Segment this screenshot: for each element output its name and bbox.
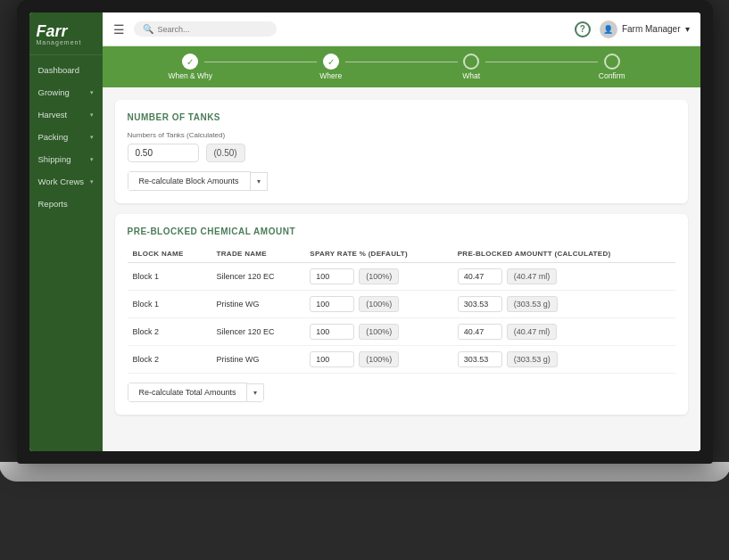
cell-rate-0: (100%) (304, 263, 451, 291)
table-row: Block 1 Silencer 120 EC (100%) (40.47 ml… (128, 263, 675, 291)
recalc-block-button[interactable]: Re-calculate Block Amounts (128, 171, 251, 191)
amount-input-3[interactable] (458, 351, 502, 367)
chemicals-section-title: PRE-BLOCKED CHEMICAL AMOUNT (128, 226, 675, 236)
amount-badge-1: (303.53 g) (507, 296, 558, 312)
bottom-actions: Re-calculate Total Amounts ▾ (128, 374, 675, 402)
sidebar-item-shipping[interactable]: Shipping ▾ (29, 148, 103, 170)
user-menu[interactable]: 👤 Farm Manager ▾ (600, 21, 690, 38)
cell-trade-0: Silencer 120 EC (211, 263, 305, 291)
avatar: 👤 (600, 21, 617, 38)
logo-sub: Management (37, 39, 95, 45)
cell-block-0: Block 1 (128, 263, 211, 291)
content-area: NUMBER OF TANKS Numbers of Tanks (Calcul… (103, 87, 700, 451)
wizard-step-confirm[interactable]: Confirm (542, 54, 683, 80)
tanks-field-label: Numbers of Tanks (Calculated) (128, 131, 675, 139)
step-label-confirm: Confirm (599, 71, 625, 80)
rate-input-3[interactable] (310, 351, 354, 367)
chevron-down-icon: ▾ (90, 111, 94, 119)
col-trade-name: TRADE NAME (211, 245, 305, 263)
tanks-value-input[interactable] (128, 144, 199, 162)
cell-trade-3: Pristine WG (211, 346, 305, 374)
cell-rate-1: (100%) (304, 291, 451, 318)
sidebar-item-harvest[interactable]: Harvest ▾ (29, 103, 103, 126)
cell-block-3: Block 2 (128, 346, 211, 374)
step-circle-confirm (604, 54, 620, 70)
cell-block-1: Block 1 (128, 291, 211, 318)
chevron-down-icon: ▾ (90, 89, 94, 96)
cell-amount-1: (303.53 g) (452, 291, 675, 318)
sidebar-item-packing[interactable]: Packing ▾ (29, 126, 103, 148)
wizard-step-where[interactable]: ✓ Where (261, 54, 402, 80)
cell-trade-2: Silencer 120 EC (211, 318, 305, 346)
step-circle-where: ✓ (323, 54, 339, 70)
recalc-block-btn-group: Re-calculate Block Amounts ▾ (128, 171, 675, 191)
col-pre-blocked: PRE-BLOCKED AMOUNTT (CALCULATED) (452, 245, 675, 263)
search-input[interactable] (158, 25, 268, 34)
step-label-when-why: When & Why (168, 71, 212, 80)
cell-amount-0: (40.47 ml) (452, 263, 675, 291)
col-spray-rate: SPARY RATE % (DEFAULT) (304, 245, 451, 263)
table-row: Block 2 Silencer 120 EC (100%) (40.47 ml… (128, 318, 675, 346)
amount-badge-0: (40.47 ml) (507, 268, 558, 284)
logo-text: Farr (37, 23, 95, 39)
chevron-down-icon: ▾ (90, 134, 94, 141)
app-logo: Farr Management (29, 12, 103, 55)
cell-block-2: Block 2 (128, 318, 211, 346)
tanks-section-title: NUMBER OF TANKS (128, 112, 675, 122)
recalc-total-button[interactable]: Re-calculate Total Amounts (128, 383, 248, 402)
chemicals-card: PRE-BLOCKED CHEMICAL AMOUNT BLOCK NAME T… (115, 214, 688, 415)
sidebar-item-reports[interactable]: Reports (29, 193, 103, 215)
cell-amount-3: (303.53 g) (452, 346, 675, 374)
tanks-card: NUMBER OF TANKS Numbers of Tanks (Calcul… (115, 100, 688, 203)
cell-rate-3: (100%) (304, 346, 451, 374)
cell-rate-2: (100%) (304, 318, 451, 346)
sidebar-item-work-crews[interactable]: Work Crews ▾ (29, 170, 103, 193)
amount-input-0[interactable] (458, 268, 502, 284)
col-block-name: BLOCK NAME (128, 245, 211, 263)
amount-badge-2: (40.47 ml) (507, 324, 558, 340)
chemicals-table: BLOCK NAME TRADE NAME SPARY RATE % (DEFA… (128, 245, 675, 374)
rate-badge-0: (100%) (359, 268, 399, 284)
sidebar: Farr Management Dashboard Growing ▾ Harv… (29, 12, 103, 451)
step-circle-what (463, 54, 479, 70)
search-icon: 🔍 (143, 24, 153, 34)
rate-badge-1: (100%) (359, 296, 399, 312)
main-area: ☰ 🔍 ? 👤 Farm Manager ▾ (103, 12, 700, 451)
search-box[interactable]: 🔍 (134, 21, 277, 37)
tanks-input-row: (0.50) (128, 144, 675, 162)
step-label-what: What (462, 71, 480, 80)
topbar: ☰ 🔍 ? 👤 Farm Manager ▾ (103, 12, 700, 46)
rate-badge-2: (100%) (359, 324, 399, 340)
tanks-calc-badge: (0.50) (206, 144, 245, 162)
wizard-step-what[interactable]: What (402, 54, 543, 80)
step-label-where: Where (319, 71, 342, 80)
cell-trade-1: Pristine WG (211, 291, 305, 318)
help-button[interactable]: ? (575, 21, 591, 37)
table-row: Block 2 Pristine WG (100%) (303.53 g) (128, 346, 675, 374)
cell-amount-2: (40.47 ml) (452, 318, 675, 346)
rate-input-2[interactable] (310, 324, 354, 340)
amount-input-1[interactable] (458, 296, 502, 312)
amount-input-2[interactable] (458, 324, 502, 340)
wizard-steps: ✓ When & Why ✓ Where What (103, 46, 700, 87)
rate-input-0[interactable] (310, 268, 354, 284)
user-label: Farm Manager (622, 24, 681, 34)
recalc-total-btn-group: Re-calculate Total Amounts ▾ (128, 383, 265, 402)
recalc-total-caret[interactable]: ▾ (247, 383, 264, 402)
hamburger-icon[interactable]: ☰ (113, 22, 125, 37)
user-chevron-icon: ▾ (685, 24, 690, 34)
table-row: Block 1 Pristine WG (100%) (303.53 g) (128, 291, 675, 318)
table-header-row: BLOCK NAME TRADE NAME SPARY RATE % (DEFA… (128, 245, 675, 263)
wizard-step-when-why[interactable]: ✓ When & Why (120, 54, 261, 80)
sidebar-item-dashboard[interactable]: Dashboard (29, 59, 103, 81)
recalc-block-caret[interactable]: ▾ (251, 172, 268, 191)
amount-badge-3: (303.53 g) (507, 351, 558, 367)
sidebar-nav: Dashboard Growing ▾ Harvest ▾ Packing ▾ (29, 55, 103, 451)
sidebar-item-growing[interactable]: Growing ▾ (29, 81, 103, 103)
step-circle-when-why: ✓ (182, 54, 198, 70)
rate-badge-3: (100%) (359, 351, 399, 367)
topbar-right: ? 👤 Farm Manager ▾ (575, 21, 690, 38)
chevron-down-icon: ▾ (90, 156, 94, 163)
chevron-down-icon: ▾ (90, 178, 94, 185)
rate-input-1[interactable] (310, 296, 354, 312)
